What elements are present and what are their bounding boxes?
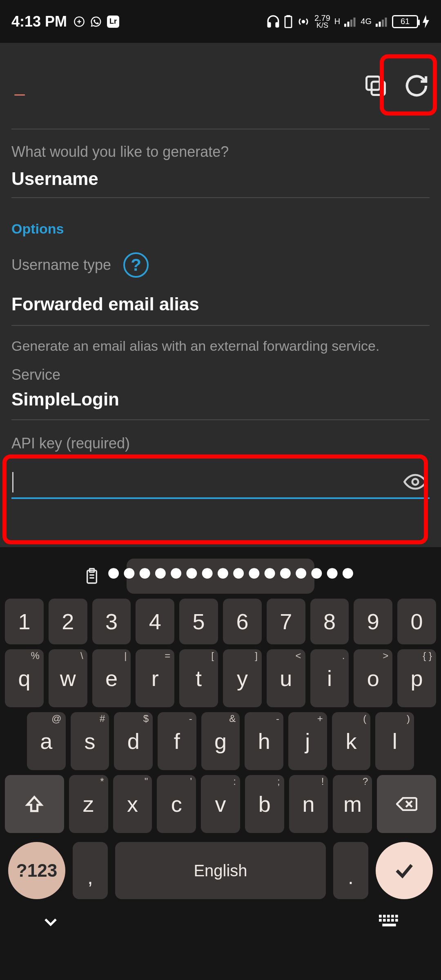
key-period[interactable]: . [333,842,368,899]
svg-rect-13 [379,22,381,27]
svg-rect-18 [367,77,380,90]
key-0[interactable]: 0 [397,599,436,644]
key-l[interactable]: l) [375,712,414,770]
status-time: 4:13 PM [11,13,67,30]
generate-prompt-label: What would you like to generate? [11,143,430,160]
key-m[interactable]: m? [333,775,372,833]
key-8[interactable]: 8 [310,599,349,644]
svg-rect-10 [350,20,352,27]
key-o[interactable]: o> [354,649,392,707]
clipboard-suggestion[interactable]: ●●●●●●●●●●●●●●●● [127,559,314,594]
svg-point-7 [302,20,305,23]
key-d[interactable]: d$ [114,712,153,770]
key-6[interactable]: 6 [223,599,262,644]
username-type-description: Generate an email alias with an external… [11,338,430,354]
key-3[interactable]: 3 [92,599,131,644]
key-c[interactable]: c' [157,775,196,833]
battery-indicator: 61 [392,15,418,28]
key-4[interactable]: 4 [136,599,174,644]
key-y[interactable]: y] [223,649,262,707]
net-label-4g: 4G [361,17,372,26]
app-content: _ What would you like to generate? Usern… [0,43,441,547]
nav-collapse-icon[interactable] [42,913,60,931]
svg-rect-29 [391,915,394,918]
service-selector[interactable]: SimpleLogin [11,389,430,410]
system-navbar [5,899,436,944]
key-2[interactable]: 2 [49,599,87,644]
svg-marker-16 [423,15,429,28]
key-e[interactable]: e| [92,649,131,707]
key-f[interactable]: f- [158,712,196,770]
key-1[interactable]: 1 [5,599,44,644]
svg-rect-27 [383,915,386,918]
key-9[interactable]: 9 [354,599,392,644]
key-shift[interactable] [5,775,64,833]
key-s[interactable]: s# [71,712,109,770]
soft-keyboard: ●●●●●●●●●●●●●●●● 1234567890 q%w\e|r=t[y]… [0,547,441,980]
key-5[interactable]: 5 [179,599,218,644]
battery-saver-icon [284,15,292,28]
generate-type-selector[interactable]: Username [11,169,430,189]
username-type-selector[interactable]: Forwarded email alias [11,294,430,314]
key-7[interactable]: 7 [267,599,305,644]
svg-rect-28 [387,915,390,918]
options-heading: Options [11,221,430,237]
key-x[interactable]: x" [113,775,152,833]
svg-rect-8 [344,24,346,27]
key-b[interactable]: b; [245,775,284,833]
nav-keyboard-switch-icon[interactable] [379,915,399,929]
charging-icon [422,15,430,28]
highlight-api-key [2,454,428,544]
svg-rect-9 [347,22,350,27]
svg-rect-3 [268,22,270,27]
svg-rect-30 [395,915,398,918]
key-j[interactable]: j+ [288,712,327,770]
svg-rect-11 [354,18,356,27]
svg-rect-15 [385,18,387,27]
key-z[interactable]: z* [69,775,108,833]
key-n[interactable]: n! [289,775,328,833]
clipboard-masked-content: ●●●●●●●●●●●●●●●● [106,568,356,576]
svg-rect-12 [376,24,378,27]
svg-rect-4 [276,22,278,27]
whatsapp-icon [90,16,102,28]
highlight-refresh [380,54,437,116]
plus-circle-icon [74,16,85,27]
key-v[interactable]: v: [201,775,240,833]
headphones-icon [266,15,280,29]
svg-rect-34 [391,919,394,922]
key-space[interactable]: English [115,842,326,899]
svg-rect-6 [287,15,290,16]
signal-bars-icon [344,16,356,27]
network-speed: 2.79 K/S [314,14,330,29]
svg-rect-35 [395,919,398,922]
svg-rect-36 [382,924,396,927]
username-type-label: Username type [11,256,111,274]
clipboard-icon [85,568,99,584]
key-k[interactable]: k( [332,712,371,770]
help-icon[interactable]: ? [123,252,149,278]
key-enter[interactable] [376,842,433,899]
status-bar: 4:13 PM Lr 2.79 K/S H 4G [0,0,441,43]
key-comma[interactable]: , [73,842,108,899]
key-h[interactable]: h- [245,712,283,770]
svg-rect-31 [379,919,382,922]
svg-rect-26 [379,915,382,918]
key-i[interactable]: i. [310,649,349,707]
key-g[interactable]: g& [201,712,240,770]
hotspot-icon [296,15,310,29]
key-r[interactable]: r= [136,649,174,707]
key-w[interactable]: w\ [49,649,87,707]
net-label-h: H [334,17,340,26]
key-q[interactable]: q% [5,649,44,707]
svg-rect-33 [387,919,390,922]
key-p[interactable]: p{ } [397,649,436,707]
key-backspace[interactable] [377,775,436,833]
service-label: Service [11,366,430,383]
key-a[interactable]: a@ [27,712,66,770]
key-t[interactable]: t[ [179,649,218,707]
signal-bars-2-icon [376,16,388,27]
key-symbols[interactable]: ?123 [8,842,65,899]
svg-rect-32 [383,919,386,922]
key-u[interactable]: u< [267,649,305,707]
